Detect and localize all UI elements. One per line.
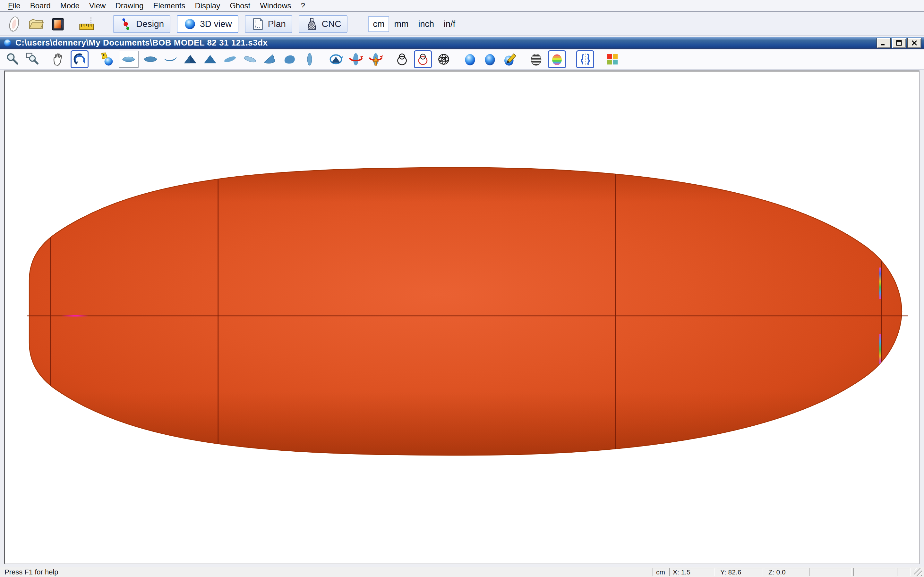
- nose-highlight-mark: [61, 315, 89, 317]
- resize-grip[interactable]: [914, 568, 922, 576]
- wireframe-red-icon[interactable]: [414, 50, 432, 68]
- document-title: C:\users\dennery\My Documents\BOB MODEL …: [15, 38, 268, 48]
- blank-shaper-icon[interactable]: [4, 14, 24, 34]
- maximize-button[interactable]: [892, 38, 906, 48]
- plan-mode-label: Plan: [268, 19, 286, 29]
- view-bottom-icon[interactable]: [142, 51, 158, 67]
- paint-sphere-icon[interactable]: [502, 51, 518, 67]
- main-toolbar: Design 3D view Plan CNC cm mm inch in/f: [0, 13, 924, 36]
- menu-file[interactable]: File: [3, 0, 25, 11]
- close-button[interactable]: [907, 38, 921, 48]
- plan-sheet-icon: [251, 17, 265, 31]
- canvas-zone: [0, 69, 924, 567]
- unit-mm[interactable]: mm: [389, 16, 413, 32]
- unit-inch[interactable]: inch: [413, 16, 439, 32]
- status-unit: cm: [653, 568, 667, 576]
- rainbow-sphere-icon[interactable]: [548, 50, 566, 68]
- view-front-icon[interactable]: [202, 51, 218, 67]
- menu-elements[interactable]: Elements: [148, 0, 190, 11]
- rotate-3d-icon[interactable]: [71, 50, 89, 68]
- ruler-icon[interactable]: [76, 14, 97, 34]
- menu-drawing[interactable]: Drawing: [110, 0, 148, 11]
- status-bar: Press F1 for help cm X: 1.5 Y: 82.6 Z: 0…: [0, 567, 924, 577]
- stripes-sphere-icon[interactable]: [528, 51, 544, 67]
- view-toolbar: [0, 50, 924, 69]
- cnc-mode-button[interactable]: CNC: [299, 15, 348, 33]
- status-y-coordinate: Y: 82.6: [717, 568, 763, 576]
- window-controls: [877, 38, 921, 48]
- shaded-sphere-icon[interactable]: [462, 51, 478, 67]
- view-thin-icon[interactable]: [302, 51, 318, 67]
- unit-inf[interactable]: in/f: [439, 16, 460, 32]
- flip-horizontal-icon[interactable]: [328, 51, 344, 67]
- view-tilted-b-icon[interactable]: [242, 51, 258, 67]
- zoom-window-icon[interactable]: [24, 51, 40, 67]
- view-tilted-a-icon[interactable]: [222, 51, 238, 67]
- status-empty-panel: [853, 568, 895, 576]
- symmetry-curves-icon[interactable]: [576, 50, 594, 68]
- open-folder-icon[interactable]: [26, 14, 46, 34]
- menu-mode[interactable]: Mode: [55, 0, 84, 11]
- plan-mode-button[interactable]: Plan: [245, 15, 292, 33]
- unit-cm[interactable]: cm: [368, 16, 389, 32]
- maximize-icon: [895, 39, 903, 47]
- milling-bit-icon: [305, 17, 318, 31]
- wireframe-globe-icon[interactable]: [436, 51, 452, 67]
- status-empty-panel: [809, 568, 851, 576]
- view-front-dark-icon[interactable]: [182, 51, 198, 67]
- menu-windows[interactable]: Windows: [255, 0, 296, 11]
- view-rocker-icon[interactable]: [162, 51, 178, 67]
- spin-board-arrow-icon[interactable]: [368, 51, 384, 67]
- status-coordinates: cm X: 1.5 Y: 82.6 Z: 0.0: [653, 568, 922, 576]
- menu-display[interactable]: Display: [190, 0, 225, 11]
- view-blob-icon[interactable]: [282, 51, 298, 67]
- sphere-icon: [183, 17, 197, 31]
- menu-bar: File Board Mode View Drawing Elements Di…: [0, 0, 924, 12]
- status-z-coordinate: Z: 0.0: [765, 568, 807, 576]
- cnc-mode-label: CNC: [322, 19, 341, 29]
- document-titlebar[interactable]: C:\users\dennery\My Documents\BOB MODEL …: [0, 37, 924, 49]
- pan-hand-icon[interactable]: [51, 51, 67, 67]
- zoom-icon[interactable]: [5, 51, 21, 67]
- minimize-button[interactable]: [877, 38, 891, 48]
- close-icon: [911, 39, 918, 47]
- save-icon[interactable]: [47, 14, 68, 34]
- unit-selector: cm mm inch in/f: [368, 16, 460, 32]
- menu-ghost[interactable]: Ghost: [225, 0, 255, 11]
- surfboard-3d-render: [5, 71, 919, 564]
- design-mode-label: Design: [136, 19, 164, 29]
- board-3d-viewport[interactable]: [4, 71, 919, 564]
- 3d-view-mode-label: 3D view: [200, 19, 232, 29]
- application-window: File Board Mode View Drawing Elements Di…: [0, 0, 924, 577]
- status-x-coordinate: X: 1.5: [669, 568, 715, 576]
- minimize-icon: [880, 39, 887, 47]
- app-sphere-icon: [3, 39, 12, 47]
- smooth-sphere-icon[interactable]: [482, 51, 498, 67]
- 3d-view-mode-button[interactable]: 3D view: [177, 15, 238, 33]
- light-icon[interactable]: [99, 51, 115, 67]
- color-squares-icon[interactable]: [604, 51, 620, 67]
- wireframe-icon[interactable]: [394, 51, 410, 67]
- control-points-icon: [120, 17, 133, 31]
- view-three-quarter-icon[interactable]: [262, 51, 278, 67]
- spin-board-icon[interactable]: [348, 51, 364, 67]
- menu-view[interactable]: View: [84, 0, 111, 11]
- menu-board[interactable]: Board: [25, 0, 55, 11]
- view-top-icon[interactable]: [119, 51, 139, 68]
- menu-help[interactable]: ?: [296, 0, 310, 11]
- status-help-text: Press F1 for help: [2, 568, 58, 576]
- status-empty-panel: [897, 568, 911, 576]
- design-mode-button[interactable]: Design: [113, 15, 170, 33]
